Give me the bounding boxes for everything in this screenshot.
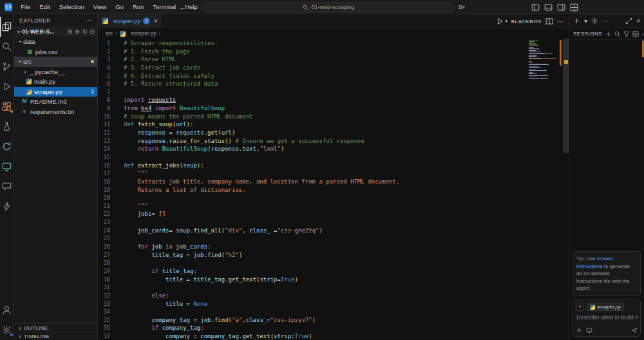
collapse-all-icon[interactable]: ⊟ bbox=[90, 28, 95, 35]
code-line[interactable]: """ bbox=[124, 202, 569, 211]
scrollbar-slider[interactable] bbox=[563, 39, 569, 153]
breadcrumb-item[interactable]: ... bbox=[163, 30, 167, 37]
code-line[interactable]: if company_tag: bbox=[124, 324, 569, 332]
code-line[interactable]: job_cards= soup.find_all("div", class_ =… bbox=[124, 227, 569, 235]
code-line[interactable]: company = company_tag.get_text(strip=Tru… bbox=[124, 332, 569, 340]
code-line[interactable] bbox=[124, 153, 569, 162]
code-line[interactable]: def extract_jobs(soup): bbox=[124, 162, 569, 170]
code-line[interactable]: # soup means the parsed HTML document bbox=[124, 113, 569, 121]
run-python-button[interactable] bbox=[496, 17, 504, 25]
expand-icon[interactable] bbox=[625, 17, 632, 24]
code-line[interactable]: """ bbox=[124, 169, 569, 178]
explorer-item-data[interactable]: ›data bbox=[14, 37, 97, 47]
settings-icon[interactable] bbox=[591, 17, 598, 24]
new-folder-icon[interactable]: ⊕ bbox=[75, 28, 80, 35]
board-icon[interactable] bbox=[632, 31, 639, 37]
code-line[interactable]: # 1. Fetch the page bbox=[124, 48, 569, 56]
minimap[interactable] bbox=[529, 40, 560, 79]
activitybar-settings-icon[interactable] bbox=[0, 320, 14, 340]
code-line[interactable]: # 4. Extract fields safely bbox=[124, 72, 569, 80]
chat-text-input[interactable]: Describe what to build ne bbox=[576, 314, 638, 325]
activitybar-account-icon[interactable] bbox=[0, 300, 14, 320]
code-line[interactable]: company_tag = job.find("a",class_="css-i… bbox=[124, 316, 569, 325]
explorer-item--pycache-[interactable]: ›__pycache__ bbox=[14, 67, 97, 77]
code-line[interactable]: # 5. Return structured data bbox=[124, 80, 569, 88]
workspace-row[interactable]: › 01-WEB-S... ⊞⊕↻⊟ bbox=[14, 26, 97, 37]
code-line[interactable]: else: bbox=[124, 292, 569, 300]
layout-panel-icon[interactable] bbox=[544, 3, 553, 12]
split-editor-icon[interactable] bbox=[545, 17, 553, 25]
back-arrow-icon[interactable]: ← bbox=[179, 0, 186, 14]
code-line[interactable]: # 3. Extract job cards bbox=[124, 64, 569, 72]
refresh-icon[interactable]: ↻ bbox=[82, 28, 88, 35]
tab-close-icon[interactable]: × bbox=[154, 17, 158, 24]
activitybar-sync-icon[interactable] bbox=[0, 137, 14, 156]
code-line[interactable]: title = None bbox=[124, 300, 569, 308]
new-file-icon[interactable]: ⊞ bbox=[68, 28, 73, 35]
filter-icon[interactable] bbox=[623, 31, 630, 37]
model-icon[interactable] bbox=[586, 327, 592, 334]
code-line[interactable]: for job in job_cards: bbox=[124, 243, 569, 251]
activitybar-chat-icon[interactable] bbox=[0, 176, 14, 196]
explorer-item-main-py[interactable]: main.py bbox=[14, 77, 97, 87]
code-line[interactable] bbox=[124, 234, 569, 243]
run-dropdown-icon[interactable]: ▾ bbox=[505, 19, 507, 24]
code-line[interactable] bbox=[124, 88, 569, 97]
search-icon[interactable] bbox=[614, 31, 621, 37]
new-window-icon[interactable]: ⧉▾ bbox=[459, 4, 465, 11]
code-editor[interactable]: 1234567891011121314151617181920212223242… bbox=[98, 39, 569, 340]
code-line[interactable]: def fetch_soup(url): bbox=[124, 120, 569, 129]
editor-scrollbar[interactable] bbox=[563, 39, 569, 340]
code-line[interactable]: response.raise_for_status() # Ensure we … bbox=[124, 137, 569, 146]
new-icon[interactable] bbox=[605, 31, 612, 37]
activitybar-extensions-icon[interactable] bbox=[0, 97, 14, 117]
explorer-item-readme-md[interactable]: MREADME.md bbox=[14, 97, 97, 107]
explorer-item-requirements-txt[interactable]: ≡requirements.txt bbox=[14, 107, 97, 117]
breadcrumb[interactable]: src›scraper.py›... bbox=[98, 28, 569, 39]
explorer-item-jobs-csv[interactable]: ▦jobs.csv bbox=[14, 47, 97, 57]
add-icon[interactable] bbox=[576, 327, 582, 334]
command-center-search[interactable]: 01-web-scraping bbox=[204, 3, 453, 12]
activitybar-flow-icon[interactable] bbox=[0, 196, 14, 216]
section-timeline[interactable]: ›TIMELINE bbox=[14, 332, 97, 340]
code-line[interactable]: title_tag = job.find("h2") bbox=[124, 251, 569, 260]
code-line[interactable]: # Scraper responsibilities: bbox=[124, 39, 569, 48]
code-line[interactable] bbox=[124, 218, 569, 227]
more-icon[interactable]: ⋯ bbox=[602, 17, 609, 24]
chevron-down-icon[interactable]: ▾ bbox=[584, 17, 587, 24]
add-context-button[interactable]: + bbox=[576, 303, 584, 311]
code-line[interactable]: return BeautifulSoup(response.text,"lxml… bbox=[124, 145, 569, 153]
code-line[interactable] bbox=[124, 259, 569, 267]
layout-sidebar-icon[interactable] bbox=[531, 3, 540, 12]
activitybar-source-control-icon[interactable] bbox=[0, 57, 14, 77]
section-outline[interactable]: ›OUTLINE bbox=[14, 323, 97, 332]
activitybar-explorer-icon[interactable] bbox=[0, 17, 14, 37]
explorer-item-scraper-py[interactable]: scraper.py2 bbox=[14, 87, 97, 97]
layout-secondary-icon[interactable] bbox=[557, 3, 565, 12]
code-line[interactable]: import requests bbox=[124, 96, 569, 104]
explorer-item-src[interactable]: ›src bbox=[14, 57, 97, 67]
editor-more-icon[interactable]: ⋯ bbox=[557, 18, 564, 25]
layout-customize-icon[interactable] bbox=[570, 3, 578, 12]
code-line[interactable]: Returns a list of dictionaries. bbox=[124, 186, 569, 194]
more-icon[interactable]: ⋯ bbox=[641, 31, 644, 37]
activitybar-run-debug-icon[interactable] bbox=[0, 77, 14, 97]
code-line[interactable] bbox=[124, 194, 569, 202]
activitybar-remote-icon[interactable] bbox=[0, 156, 14, 176]
new-icon[interactable] bbox=[573, 17, 580, 24]
code-content[interactable]: # Scraper responsibilities:# 1. Fetch th… bbox=[116, 39, 569, 340]
code-line[interactable]: # 2. Parse HTML bbox=[124, 55, 569, 64]
code-line[interactable]: response = requests.get(url) bbox=[124, 129, 569, 137]
send-icon[interactable] bbox=[631, 327, 638, 334]
blackbox-button[interactable]: BLACKBOX bbox=[511, 19, 542, 24]
explorer-more-icon[interactable]: ⋯ bbox=[86, 17, 92, 24]
code-line[interactable]: title = title_tag.get_text(strip=True) bbox=[124, 276, 569, 284]
breadcrumb-item[interactable]: scraper.py bbox=[131, 30, 156, 37]
code-line[interactable]: from bs4 import BeautifulSoup bbox=[124, 104, 569, 113]
code-line[interactable]: Extracts job title, company name, and lo… bbox=[124, 178, 569, 186]
context-chip-scraper-py[interactable]: scraper.py bbox=[587, 303, 624, 311]
tab-scraper-py[interactable]: scraper.py 2 × bbox=[98, 14, 163, 28]
code-line[interactable]: jobs= [] bbox=[124, 210, 569, 218]
forward-arrow-icon[interactable]: → bbox=[191, 0, 198, 14]
code-line[interactable]: if title_tag: bbox=[124, 267, 569, 276]
